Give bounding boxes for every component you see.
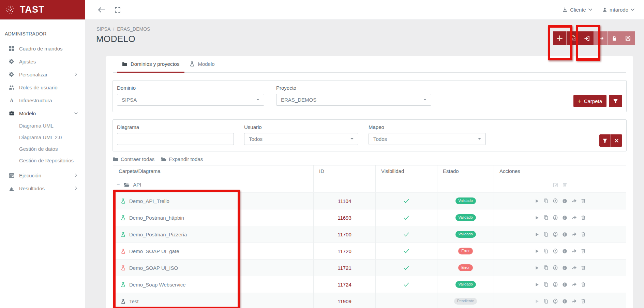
info-icon[interactable] (562, 299, 567, 304)
sidebar-subitem-gesti-n-de-datos[interactable]: Gestión de datos (0, 143, 85, 155)
info-icon[interactable] (562, 232, 567, 237)
user-circle-icon[interactable] (553, 248, 558, 254)
tab-modelo[interactable]: Modelo (184, 56, 220, 73)
apply-filter-button[interactable] (599, 134, 611, 147)
tab-dominios-y-proyectos[interactable]: Dominios y proyectos (117, 56, 184, 73)
sidebar-item-label: Roles de usuario (19, 85, 58, 90)
share-icon[interactable] (571, 265, 577, 270)
copy-icon[interactable] (543, 282, 549, 287)
edit-icon[interactable] (553, 182, 558, 188)
share-icon[interactable] (571, 199, 577, 203)
copy-icon[interactable] (543, 215, 549, 220)
breadcrumb-domain[interactable]: SIPSA (96, 26, 110, 32)
sidebar-subitem-diagrama-uml[interactable]: Diagrama UML (0, 120, 85, 131)
play-icon[interactable] (535, 299, 539, 304)
topbar-right: Cliente mtarodo (562, 7, 634, 13)
user-circle-icon[interactable] (553, 282, 558, 287)
info-icon[interactable] (562, 265, 567, 270)
sidebar-item-resultados[interactable]: Resultados (0, 182, 85, 195)
trash-icon[interactable] (581, 198, 586, 204)
sidebar-item-modelo[interactable]: Modelo (0, 107, 85, 120)
play-icon[interactable] (535, 249, 539, 254)
info-icon[interactable] (562, 249, 567, 254)
diagram-name[interactable]: Test (129, 298, 139, 304)
copy-icon[interactable] (543, 265, 549, 270)
diagram-name[interactable]: Demo_SOAP UI_ISO (129, 265, 178, 271)
proyecto-value: ERAS_DEMOS (281, 97, 316, 103)
sidebar-item-personalizar[interactable]: Personalizar (0, 68, 85, 81)
sidebar-item-cuadro-de-mandos[interactable]: Cuadro de mandos (0, 42, 85, 55)
collapse-toggle[interactable]: − (117, 182, 120, 188)
user-circle-icon[interactable] (553, 232, 558, 237)
sign-out-button[interactable] (594, 31, 608, 45)
share-icon[interactable] (571, 215, 577, 220)
user-circle-icon[interactable] (553, 265, 558, 270)
folder-name[interactable]: API (133, 182, 141, 188)
play-icon[interactable] (535, 265, 539, 270)
play-icon[interactable] (535, 282, 539, 287)
trash-icon[interactable] (581, 248, 586, 254)
trash-icon[interactable] (581, 265, 586, 270)
diagram-name[interactable]: Demo_Postman_Pizzeria (129, 232, 187, 237)
sign-in-button[interactable] (580, 31, 594, 45)
diagram-id: 11724 (338, 282, 351, 288)
lock-button[interactable] (608, 31, 621, 45)
mapeo-select[interactable]: Todos (369, 133, 486, 145)
sidebar-item-roles-de-usuario[interactable]: Roles de usuario (0, 81, 85, 94)
file-code-button[interactable] (567, 31, 580, 45)
add-carpeta-button[interactable]: + Carpeta (573, 95, 606, 107)
diagram-name[interactable]: Demo_Postman_httpbin (129, 215, 184, 221)
add-button[interactable] (553, 31, 567, 45)
clear-filter-button[interactable] (611, 134, 622, 147)
sidebar-item-ajustes[interactable]: Ajustes (0, 55, 85, 68)
trash-icon[interactable] (581, 232, 586, 237)
copy-icon[interactable] (543, 198, 549, 204)
calendar-icon (8, 173, 15, 178)
play-icon[interactable] (535, 232, 539, 237)
info-icon[interactable] (562, 282, 567, 287)
share-icon[interactable] (571, 299, 577, 304)
sidebar-subitem-gesti-n-de-repositorios[interactable]: Gestión de Repositorios (0, 155, 85, 166)
expand-all-link[interactable]: Expandir todas (161, 156, 203, 162)
user-circle-icon[interactable] (553, 298, 558, 304)
diagram-name[interactable]: Demo_Soap Webservice (129, 282, 186, 288)
copy-icon[interactable] (543, 248, 549, 254)
client-dropdown[interactable]: Cliente (562, 7, 592, 13)
share-icon[interactable] (571, 282, 577, 287)
copy-icon[interactable] (543, 298, 549, 304)
info-icon[interactable] (562, 215, 567, 220)
brand[interactable]: TAST (0, 0, 85, 19)
user-circle-icon[interactable] (553, 198, 558, 204)
dominio-select[interactable]: SIPSA (117, 94, 264, 106)
trash-icon[interactable] (563, 182, 567, 188)
status-badge: Error (458, 264, 473, 271)
visibility-check-icon (404, 249, 409, 253)
breadcrumb-project[interactable]: ERAS_DEMOS (117, 26, 150, 32)
info-icon[interactable] (562, 199, 567, 204)
header-acciones: Acciones (494, 165, 626, 177)
play-icon[interactable] (535, 215, 539, 220)
save-button[interactable] (621, 31, 635, 45)
play-icon[interactable] (535, 199, 539, 204)
usuario-select[interactable]: Todos (244, 133, 358, 145)
trash-icon[interactable] (581, 298, 586, 304)
user-circle-icon[interactable] (553, 215, 558, 220)
collapse-all-link[interactable]: Contraer todas (113, 156, 154, 162)
share-icon[interactable] (571, 232, 577, 237)
proyecto-select[interactable]: ERAS_DEMOS (276, 94, 431, 106)
diagrama-input[interactable] (117, 133, 234, 145)
table-row: Demo_Postman_Pizzeria11700Validado (113, 226, 626, 243)
folder-filter-button[interactable] (609, 95, 622, 107)
user-dropdown[interactable]: mtarodo (602, 7, 634, 13)
copy-icon[interactable] (543, 232, 549, 237)
sidebar-item-ejecuci-n[interactable]: Ejecución (0, 169, 85, 182)
share-icon[interactable] (571, 249, 577, 253)
diagram-name[interactable]: Demo_API_Trello (129, 198, 169, 204)
back-icon[interactable] (98, 7, 105, 13)
trash-icon[interactable] (581, 215, 586, 220)
fullscreen-icon[interactable] (115, 7, 121, 13)
sidebar-item-infraestructura[interactable]: AInfraestructura (0, 94, 85, 107)
sidebar-subitem-diagrama-uml-2-0[interactable]: Diagrama UML 2.0 (0, 131, 85, 143)
trash-icon[interactable] (581, 282, 586, 287)
diagram-name[interactable]: Demo_SOAP UI_gate (129, 248, 179, 254)
